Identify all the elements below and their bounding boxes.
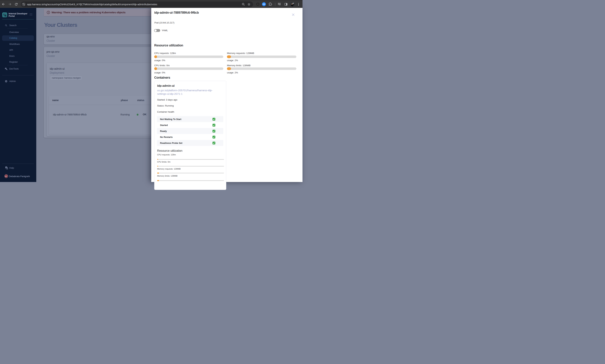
- svg-text:?: ?: [6, 167, 6, 168]
